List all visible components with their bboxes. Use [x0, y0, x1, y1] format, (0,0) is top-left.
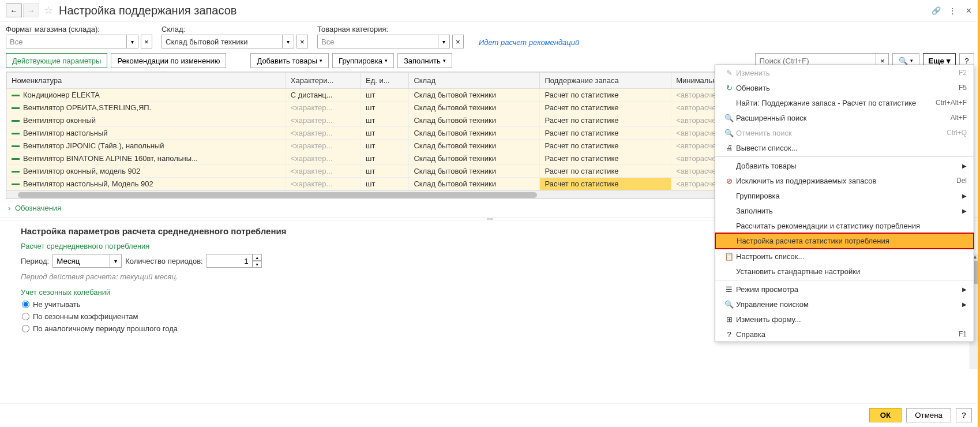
dropdown-item[interactable]: 🖨Вывести список... [715, 140, 974, 155]
kebab-menu-icon[interactable]: ⋮ [947, 5, 958, 16]
more-dropdown-menu: ✎ИзменитьF2↻ОбновитьF5Найти: Поддержание… [715, 65, 974, 342]
table-cell[interactable]: Вентилятор BINATONE ALPINE 160вт, наполь… [7, 152, 286, 165]
table-header[interactable]: Характери... [286, 73, 361, 89]
format-input[interactable] [6, 35, 127, 48]
table-cell[interactable]: Расчет по статистике [540, 127, 671, 140]
table-cell[interactable]: шт [361, 165, 409, 178]
table-cell[interactable]: Расчет по статистике [540, 89, 671, 102]
dropdown-shortcut: Del [956, 177, 967, 185]
grouping-button[interactable]: Группировка▾ [332, 53, 394, 68]
table-cell[interactable]: Вентилятор ОРБИТА,STERLING,ЯП. [7, 102, 286, 114]
add-products-button[interactable]: Добавить товары▾ [250, 53, 329, 68]
submenu-arrow-icon: ▶ [962, 208, 967, 214]
table-cell[interactable]: Вентилятор оконный [7, 114, 286, 127]
dropdown-item[interactable]: 🔍Расширенный поискAlt+F [715, 110, 974, 125]
table-cell[interactable]: <характер... [286, 127, 361, 140]
dropdown-shortcut: Ctrl+Q [947, 129, 967, 137]
period-select[interactable] [52, 254, 110, 268]
favorite-star-icon[interactable]: ☆ [44, 4, 53, 17]
table-cell[interactable]: <характер... [286, 140, 361, 152]
horizontal-scrollbar-thumb[interactable] [18, 192, 537, 198]
table-cell[interactable]: шт [361, 178, 409, 190]
recommendation-link[interactable]: Идет расчет рекомендаций [479, 38, 579, 48]
table-cell[interactable]: <характер... [286, 165, 361, 178]
table-cell[interactable]: шт [361, 140, 409, 152]
warehouse-clear-button[interactable]: × [296, 35, 308, 48]
dropdown-item[interactable]: Настройка расчета статистики потребления [715, 233, 974, 249]
table-cell[interactable]: шт [361, 89, 409, 102]
table-cell[interactable]: шт [361, 114, 409, 127]
table-cell[interactable]: шт [361, 127, 409, 140]
table-cell[interactable]: Склад бытовой техники [409, 114, 540, 127]
table-cell[interactable]: Расчет по статистике [540, 140, 671, 152]
table-cell[interactable]: Склад бытовой техники [409, 127, 540, 140]
table-cell[interactable]: Склад бытовой техники [409, 89, 540, 102]
table-cell[interactable]: Расчет по статистике [540, 114, 671, 127]
table-cell[interactable]: Расчет по статистике [540, 165, 671, 178]
radio-coef[interactable] [22, 313, 29, 320]
spinner-down-button[interactable]: ▼ [253, 261, 262, 268]
table-cell[interactable]: Склад бытовой техники [409, 102, 540, 114]
close-icon[interactable]: ✕ [963, 5, 974, 16]
table-cell[interactable]: Вентилятор настольный [7, 127, 286, 140]
category-input[interactable] [317, 35, 438, 48]
link-icon[interactable]: 🔗 [930, 5, 942, 16]
active-params-tab[interactable]: Действующие параметры [6, 53, 107, 68]
table-header[interactable]: Склад [409, 73, 540, 89]
dropdown-item[interactable]: Группировка▶ [715, 188, 974, 203]
dropdown-item[interactable]: ?СправкаF1 [715, 327, 974, 342]
table-cell[interactable]: шт [361, 102, 409, 114]
dropdown-item[interactable]: 📋Настроить список... [715, 249, 974, 264]
dropdown-item[interactable]: 🔍Управление поиском▶ [715, 297, 974, 312]
dropdown-item[interactable]: Установить стандартные настройки [715, 264, 974, 279]
dropdown-item[interactable]: ↻ОбновитьF5 [715, 80, 974, 95]
table-header[interactable]: Номенклатура [7, 73, 286, 89]
table-cell[interactable]: Расчет по статистике [540, 178, 671, 190]
dropdown-item[interactable]: Рассчитать рекомендации и статистику пот… [715, 218, 974, 233]
dropdown-item-label: Исключить из поддерживаемых запасов [736, 177, 956, 185]
spinner-up-button[interactable]: ▲ [253, 254, 262, 261]
recommendations-tab[interactable]: Рекомендации по изменению [111, 53, 226, 68]
nav-back-button[interactable]: ← [6, 3, 22, 17]
fill-button[interactable]: Заполнить▾ [397, 53, 452, 68]
table-cell[interactable]: <характер... [286, 114, 361, 127]
table-cell[interactable]: Склад бытовой техники [409, 165, 540, 178]
table-cell[interactable]: Вентилятор JIPONIC (Тайв.), напольный [7, 140, 286, 152]
table-cell[interactable]: <характер... [286, 102, 361, 114]
cancel-button[interactable]: Отмена [906, 408, 951, 422]
submenu-arrow-icon: ▶ [962, 193, 967, 199]
dropdown-item[interactable]: Заполнить▶ [715, 203, 974, 218]
table-header[interactable]: Ед. и... [361, 73, 409, 89]
category-clear-button[interactable]: × [452, 35, 464, 48]
table-cell[interactable]: Кондиционер ELEKTA [7, 89, 286, 102]
table-cell[interactable]: С дистанц... [286, 89, 361, 102]
table-header[interactable]: Поддержание запаса [540, 73, 671, 89]
table-cell[interactable]: Вентилятор оконный, модель 902 [7, 165, 286, 178]
table-cell[interactable]: шт [361, 152, 409, 165]
footer-help-button[interactable]: ? [956, 408, 972, 422]
nav-forward-button[interactable]: → [23, 3, 39, 17]
warehouse-dropdown-button[interactable]: ▾ [283, 35, 294, 48]
format-dropdown-button[interactable]: ▾ [127, 35, 138, 48]
dropdown-item[interactable]: ⊘Исключить из поддерживаемых запасовDel [715, 173, 974, 188]
ok-button[interactable]: ОК [869, 408, 902, 422]
warehouse-input[interactable] [162, 35, 283, 48]
table-cell[interactable]: <характер... [286, 152, 361, 165]
table-cell[interactable]: Склад бытовой техники [409, 178, 540, 190]
table-cell[interactable]: Склад бытовой техники [409, 152, 540, 165]
dropdown-item[interactable]: ⊞Изменить форму... [715, 312, 974, 327]
table-cell[interactable]: Расчет по статистике [540, 152, 671, 165]
radio-none[interactable] [22, 301, 29, 308]
radio-analog[interactable] [22, 325, 29, 332]
dropdown-item[interactable]: Найти: Поддержание запаса - Расчет по ст… [715, 95, 974, 110]
count-input[interactable] [206, 254, 253, 268]
period-dropdown-button[interactable]: ▾ [110, 254, 122, 268]
table-cell[interactable]: <характер... [286, 178, 361, 190]
dropdown-item[interactable]: ☰Режим просмотра▶ [715, 282, 974, 297]
table-cell[interactable]: Склад бытовой техники [409, 140, 540, 152]
category-dropdown-button[interactable]: ▾ [438, 35, 450, 48]
table-cell[interactable]: Расчет по статистике [540, 102, 671, 114]
dropdown-item[interactable]: Добавить товары▶ [715, 158, 974, 173]
format-clear-button[interactable]: × [141, 35, 152, 48]
table-cell[interactable]: Вентилятор настольный, Модель 902 [7, 178, 286, 190]
